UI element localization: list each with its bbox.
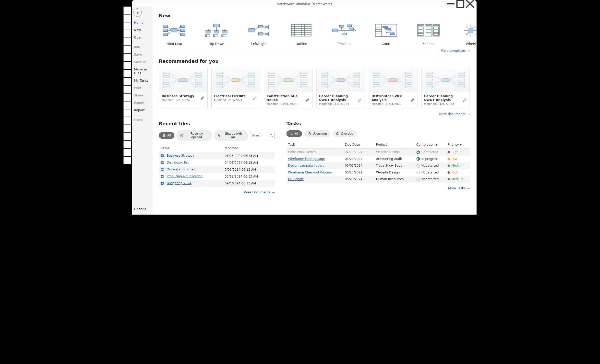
- recommended-card[interactable]: Distributor SWOT Analysis Modified: 11/0…: [369, 68, 417, 108]
- search-box[interactable]: [250, 132, 275, 139]
- recent-file-row[interactable]: Distributor list04/08/2024 06:13 AM: [159, 159, 275, 166]
- window-maximize-button[interactable]: [455, 0, 465, 7]
- svg-rect-141: [248, 72, 255, 74]
- edit-icon[interactable]: [201, 96, 205, 100]
- card-thumbnail: [369, 68, 417, 92]
- svg-line-174: [328, 73, 337, 80]
- task-link[interactable]: HR Report: [288, 177, 304, 181]
- more-templates-link[interactable]: More templates→: [441, 49, 470, 53]
- svg-point-242: [220, 135, 220, 135]
- svg-rect-39: [249, 29, 255, 32]
- col-completion[interactable]: Completion▼: [415, 141, 446, 149]
- task-row[interactable]: Wireframe Checkout Process 05/15/2022 We…: [286, 169, 470, 176]
- recent-file-row[interactable]: Producing a Publication03/12/2024 06:13 …: [159, 173, 275, 180]
- col-name[interactable]: Name: [159, 144, 223, 152]
- svg-line-146: [239, 80, 248, 80]
- maximize-icon: [455, 0, 465, 9]
- edit-icon[interactable]: [463, 98, 467, 102]
- recent-file-row[interactable]: Organization Chart7/06/2024 06:13 AM: [159, 166, 275, 173]
- chip-all-files[interactable]: All: [159, 132, 174, 139]
- chip-upcoming[interactable]: Upcoming: [304, 130, 330, 137]
- recommended-card[interactable]: Business Strategy Modified: 3/21/2024: [159, 68, 208, 108]
- task-link[interactable]: Wireframe landing page: [288, 157, 325, 161]
- search-input[interactable]: [252, 134, 267, 137]
- file-link[interactable]: Distributor list: [167, 161, 188, 164]
- recommended-card[interactable]: Electrical Circuits Modified: 2/01/2024: [211, 68, 260, 108]
- template-label: Top Down: [209, 42, 224, 46]
- task-row[interactable]: Design campaign board 05/01/2024 Trade S…: [286, 162, 470, 169]
- edit-icon[interactable]: [411, 98, 415, 102]
- file-link[interactable]: Business Strategy: [167, 154, 194, 157]
- template-top-down[interactable]: Top Down: [201, 22, 232, 46]
- nav-my-tasks[interactable]: My Tasks: [132, 77, 152, 84]
- svg-rect-194: [373, 72, 380, 74]
- template-mind-map[interactable]: Mind Map: [159, 22, 189, 46]
- more-tasks-link[interactable]: More Tasks→: [448, 186, 470, 190]
- svg-line-226: [449, 73, 458, 80]
- svg-rect-83: [386, 32, 393, 33]
- chip-shared-with-me[interactable]: Shared with me: [214, 130, 248, 141]
- edit-icon[interactable]: [253, 96, 257, 100]
- template-wheel[interactable]: Wheel: [455, 22, 476, 46]
- file-link[interactable]: Producing a Publication: [167, 174, 202, 178]
- window-close-button[interactable]: [465, 0, 475, 7]
- task-link[interactable]: Write email series: [288, 150, 316, 154]
- svg-rect-147: [248, 83, 255, 84]
- task-link[interactable]: Wireframe Checkout Process: [288, 171, 332, 174]
- template-timeline[interactable]: Timeline: [328, 22, 359, 46]
- template-kanban[interactable]: Kanban: [413, 22, 444, 46]
- svg-rect-80: [383, 27, 388, 28]
- file-link[interactable]: Budgeting-2024: [167, 181, 191, 185]
- nav-home[interactable]: Home: [132, 19, 152, 26]
- svg-rect-87: [433, 24, 439, 36]
- task-link[interactable]: Design campaign board: [288, 164, 325, 167]
- nav-new[interactable]: New: [132, 26, 152, 34]
- col-project[interactable]: Project: [375, 141, 415, 149]
- recent-file-row[interactable]: Budgeting-202409/4/2024 06:13 AM: [159, 180, 275, 187]
- recent-file-row[interactable]: Business Strategy06/25/2024 06:13 AM: [159, 152, 275, 159]
- card-modified: Modified: 11/01/2024: [319, 102, 358, 106]
- col-modified[interactable]: Modified: [223, 144, 275, 152]
- svg-point-283: [338, 134, 338, 134]
- task-project: Website Design: [375, 149, 415, 156]
- app-window: MatchWare MindView (MatchWare) Ho: [132, 0, 477, 215]
- edit-icon[interactable]: [306, 98, 310, 102]
- top-down-icon: [205, 23, 229, 37]
- template-outline[interactable]: Outline: [286, 22, 317, 46]
- svg-line-222: [433, 80, 442, 83]
- col-due[interactable]: Due Date: [343, 141, 375, 149]
- recommended-card[interactable]: Career Planning SWOT Analysis Modified: …: [421, 68, 470, 108]
- svg-rect-114: [163, 79, 170, 81]
- chip-overdue[interactable]: Overdue: [332, 130, 357, 137]
- file-link[interactable]: Organization Chart: [167, 168, 196, 171]
- window-minimize-button[interactable]: [446, 0, 455, 7]
- nav-import[interactable]: Import: [132, 106, 152, 114]
- svg-rect-46: [265, 32, 269, 34]
- task-row[interactable]: Wireframe landing page 04/21/2024 Accoun…: [286, 156, 470, 162]
- more-documents-link[interactable]: More documents→: [439, 112, 470, 116]
- col-priority[interactable]: Priority▼: [446, 141, 470, 149]
- recommended-card[interactable]: Construction of a House Modified: 04/01/…: [264, 68, 313, 108]
- template-left-right[interactable]: Left/Right: [244, 22, 274, 46]
- background-windows: [123, 6, 131, 165]
- recommended-card[interactable]: Career Planning SWOT Analysis Modified: …: [316, 68, 365, 108]
- nav-open[interactable]: Open: [132, 34, 152, 41]
- svg-line-199: [380, 80, 389, 80]
- svg-rect-177: [321, 79, 328, 81]
- back-button[interactable]: [133, 8, 142, 17]
- task-row[interactable]: Write email series 04/19/2024 Website De…: [286, 149, 470, 156]
- edit-icon[interactable]: [358, 98, 362, 102]
- card-modified: Modified: 04/01/2023: [267, 102, 306, 106]
- more-recent-documents-link[interactable]: More Documents→: [243, 190, 275, 194]
- chip-all-tasks[interactable]: All: [286, 130, 302, 137]
- svg-line-228: [449, 76, 458, 80]
- col-task[interactable]: Task: [286, 141, 343, 149]
- template-gantt[interactable]: Gantt: [371, 22, 401, 46]
- nav-manage-files[interactable]: Manage Files: [132, 66, 152, 77]
- svg-rect-92: [418, 30, 423, 33]
- nav-options[interactable]: Options: [132, 205, 152, 215]
- task-row[interactable]: HR Report 05/20/2024 Human Resources Not…: [286, 176, 470, 183]
- svg-rect-166: [301, 79, 307, 81]
- chip-recently-opened[interactable]: Recently opened: [176, 130, 212, 141]
- svg-rect-170: [301, 86, 307, 88]
